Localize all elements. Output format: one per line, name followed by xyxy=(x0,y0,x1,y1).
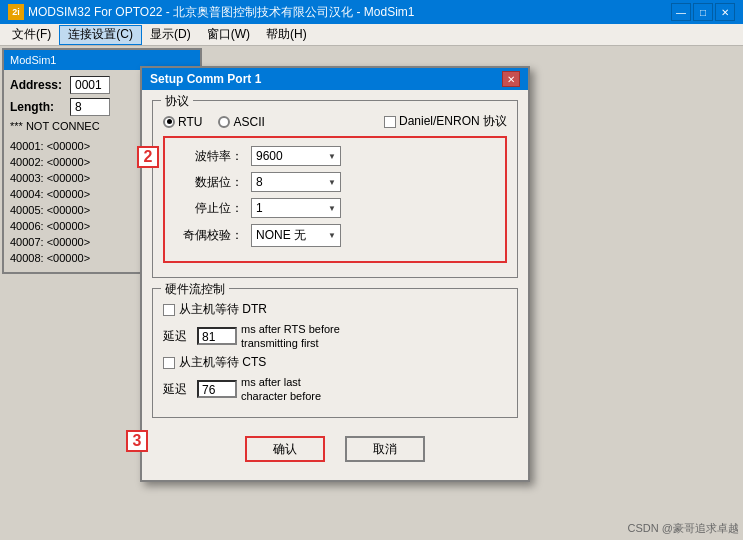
delay2-row: 延迟 76 ms after lastcharacter before xyxy=(163,375,507,403)
stop-bits-value: 1 xyxy=(256,201,263,215)
delay2-label: 延迟 xyxy=(163,381,193,398)
dialog-buttons: 确认 取消 xyxy=(152,428,518,470)
menu-help[interactable]: 帮助(H) xyxy=(258,25,315,45)
data-bits-row: 数据位： 8 ▼ xyxy=(173,172,497,192)
daniel-checkbox[interactable] xyxy=(384,116,396,128)
parity-label: 奇偶校验： xyxy=(173,227,243,244)
menu-bar: 文件(F) 连接设置(C) 显示(D) 窗口(W) 帮助(H) xyxy=(0,24,743,46)
comm-settings-section: 波特率： 9600 ▼ 数据位： 8 ▼ xyxy=(163,136,507,263)
baud-rate-value: 9600 xyxy=(256,149,283,163)
daniel-label: Daniel/ENRON 协议 xyxy=(399,113,507,130)
stop-bits-select[interactable]: 1 ▼ xyxy=(251,198,341,218)
dtr-label: 从主机等待 DTR xyxy=(179,301,267,318)
radio-rtu-label: RTU xyxy=(178,115,202,129)
radio-ascii[interactable]: ASCII xyxy=(218,115,264,129)
stop-bits-row: 停止位： 1 ▼ xyxy=(173,198,497,218)
minimize-button[interactable]: — xyxy=(671,3,691,21)
watermark: CSDN @豪哥追求卓越 xyxy=(628,521,739,536)
badge-3: 3 xyxy=(126,430,148,452)
delay2-note: ms after lastcharacter before xyxy=(241,375,321,403)
cts-label: 从主机等待 CTS xyxy=(179,354,266,371)
address-value: 0001 xyxy=(70,76,110,94)
stop-bits-label: 停止位： xyxy=(173,200,243,217)
hardware-flow-group: 硬件流控制 从主机等待 DTR 延迟 81 ms after RTS befor… xyxy=(152,288,518,418)
setup-dialog: Setup Comm Port 1 ✕ 协议 RTU ASCII xyxy=(140,66,530,482)
protocol-group-label: 协议 xyxy=(161,93,193,110)
badge-2: 2 xyxy=(137,146,159,168)
dtr-row: 从主机等待 DTR xyxy=(163,301,507,318)
parity-value: NONE 无 xyxy=(256,227,306,244)
radio-rtu[interactable]: RTU xyxy=(163,115,202,129)
delay1-label: 延迟 xyxy=(163,328,193,345)
title-bar: 2i MODSIM32 For OPTO22 - 北京奥普图控制技术有限公司汉化… xyxy=(0,0,743,24)
protocol-group: 协议 RTU ASCII xyxy=(152,100,518,278)
delay1-note: ms after RTS beforetransmitting first xyxy=(241,322,340,350)
protocol-row: RTU ASCII Daniel/ENRON 协议 xyxy=(163,113,507,130)
cts-checkbox[interactable] xyxy=(163,357,175,369)
parity-arrow: ▼ xyxy=(328,231,336,240)
restore-button[interactable]: □ xyxy=(693,3,713,21)
delay2-input[interactable]: 76 xyxy=(197,380,237,398)
stop-bits-arrow: ▼ xyxy=(328,204,336,213)
radio-rtu-btn[interactable] xyxy=(163,116,175,128)
menu-window[interactable]: 窗口(W) xyxy=(199,25,258,45)
data-bits-label: 数据位： xyxy=(173,174,243,191)
baud-rate-row: 波特率： 9600 ▼ xyxy=(173,146,497,166)
dialog-title-text: Setup Comm Port 1 xyxy=(150,72,261,86)
dialog-title-bar: Setup Comm Port 1 ✕ xyxy=(142,68,528,90)
cancel-button[interactable]: 取消 xyxy=(345,436,425,462)
daniel-checkbox-item: Daniel/ENRON 协议 xyxy=(384,113,507,130)
address-label: Address: xyxy=(10,78,70,92)
data-bits-select[interactable]: 8 ▼ xyxy=(251,172,341,192)
radio-group: RTU ASCII xyxy=(163,115,265,129)
radio-ascii-btn[interactable] xyxy=(218,116,230,128)
radio-ascii-label: ASCII xyxy=(233,115,264,129)
hardware-flow-label: 硬件流控制 xyxy=(161,281,229,298)
baud-rate-select[interactable]: 9600 ▼ xyxy=(251,146,341,166)
parity-select[interactable]: NONE 无 ▼ xyxy=(251,224,341,247)
title-bar-controls: — □ ✕ xyxy=(671,3,735,21)
dialog-body: 协议 RTU ASCII xyxy=(142,90,528,480)
confirm-button[interactable]: 确认 xyxy=(245,436,325,462)
main-window: ModSim1 Address: 0001 Length: 8 *** NOT … xyxy=(0,46,743,540)
title-bar-text: MODSIM32 For OPTO22 - 北京奥普图控制技术有限公司汉化 - … xyxy=(28,4,671,21)
buttons-container: 3 确认 取消 xyxy=(152,428,518,470)
dialog-close-button[interactable]: ✕ xyxy=(502,71,520,87)
hw-section: 从主机等待 DTR 延迟 81 ms after RTS beforetrans… xyxy=(163,301,507,403)
cts-row: 从主机等待 CTS xyxy=(163,354,507,371)
menu-connection[interactable]: 连接设置(C) xyxy=(59,25,142,45)
menu-file[interactable]: 文件(F) xyxy=(4,25,59,45)
app-icon: 2i xyxy=(8,4,24,20)
data-bits-value: 8 xyxy=(256,175,263,189)
parity-row: 奇偶校验： NONE 无 ▼ xyxy=(173,224,497,247)
baud-rate-arrow: ▼ xyxy=(328,152,336,161)
delay1-row: 延迟 81 ms after RTS beforetransmitting fi… xyxy=(163,322,507,350)
length-value: 8 xyxy=(70,98,110,116)
data-bits-arrow: ▼ xyxy=(328,178,336,187)
delay1-input[interactable]: 81 xyxy=(197,327,237,345)
length-label: Length: xyxy=(10,100,70,114)
close-button[interactable]: ✕ xyxy=(715,3,735,21)
dtr-checkbox[interactable] xyxy=(163,304,175,316)
menu-display[interactable]: 显示(D) xyxy=(142,25,199,45)
baud-rate-label: 波特率： xyxy=(173,148,243,165)
